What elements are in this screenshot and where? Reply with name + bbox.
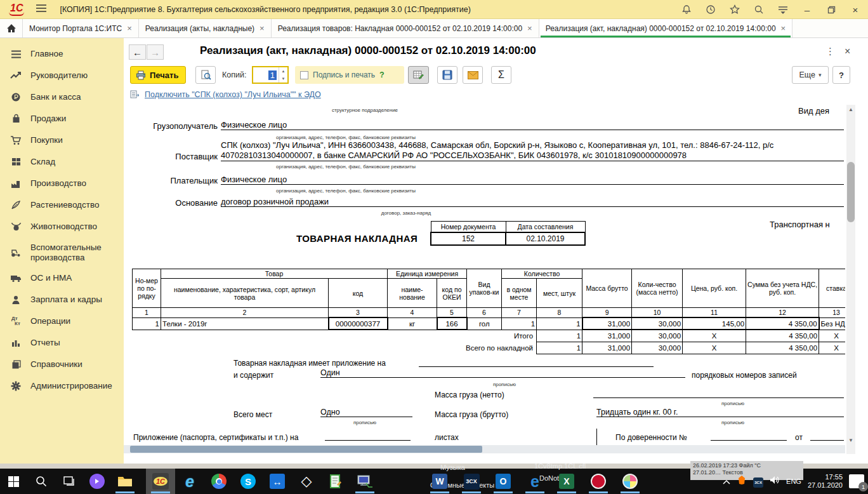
vertical-scrollbar-thumb[interactable] xyxy=(847,162,855,222)
scroll-up-icon[interactable]: ▲ xyxy=(846,105,855,114)
sign-help-link[interactable]: ? xyxy=(379,70,385,79)
vertical-scrollbar[interactable] xyxy=(846,105,855,454)
system-monitor-app-icon[interactable] xyxy=(354,472,376,491)
supplier-label: Поставщик xyxy=(124,152,218,161)
foxit-reader-icon[interactable] xyxy=(588,472,609,491)
skype-icon[interactable]: S xyxy=(237,472,259,491)
search-icon[interactable] xyxy=(751,2,766,17)
task-view-icon[interactable] xyxy=(58,472,80,491)
tab-realizatsiya-akt-active[interactable]: Реализация (акт, накладная) 0000-000152 … xyxy=(539,19,793,37)
edit-layout-toggle-button[interactable] xyxy=(408,66,429,84)
supplier-caption: организация, адрес, телефон, факс, банко… xyxy=(219,164,473,170)
sidebar-item-prodazhi[interactable]: Продажи xyxy=(0,108,124,130)
horizontal-scrollbar-thumb[interactable] xyxy=(130,446,482,453)
main-menu-hamburger-icon[interactable] xyxy=(36,4,47,15)
tray-clock[interactable]: 17:55 27.01.2020 xyxy=(808,473,843,490)
service-menu-icon[interactable] xyxy=(775,2,791,17)
diamond-app-icon[interactable]: ◇ xyxy=(296,472,317,491)
tab-close-icon[interactable]: × xyxy=(781,23,786,33)
goods-table[interactable]: Но-мер по по-рядку Товар Единица измерен… xyxy=(132,269,845,354)
tab-realizatsiya-list[interactable]: Реализация (акты, накладные) × xyxy=(139,19,272,37)
sidebar-item-glavnoe[interactable]: Главное xyxy=(0,43,124,65)
spin-down-icon[interactable]: ▼ xyxy=(279,75,287,83)
doc-date-header: Дата составления xyxy=(506,222,585,232)
tab-close-icon[interactable]: × xyxy=(127,23,132,33)
sign-and-print-checkbox[interactable] xyxy=(300,71,308,79)
goods-table-clip: Но-мер по по-рядку Товар Единица измерен… xyxy=(132,269,845,354)
start-button[interactable] xyxy=(3,472,24,491)
scroll-down-icon[interactable]: ▼ xyxy=(846,436,855,444)
sidebar-item-rukovoditelyu[interactable]: Руководителю xyxy=(0,65,124,86)
help-button[interactable]: ? xyxy=(832,66,850,84)
propis-caption: прописью xyxy=(301,420,428,425)
spin-up-icon[interactable]: ▲ xyxy=(279,67,287,75)
send-email-button[interactable] xyxy=(463,66,483,84)
edge-icon[interactable]: e xyxy=(524,472,546,491)
close-window-button[interactable]: × xyxy=(848,2,863,17)
outlook-icon[interactable]: O xyxy=(492,472,514,491)
tab-close-icon[interactable]: × xyxy=(527,23,532,33)
net-weight-label: Масса груза (нетто) xyxy=(435,391,504,399)
language-indicator[interactable]: ENG xyxy=(786,477,801,485)
1c-app-icon[interactable]: 1С xyxy=(150,472,171,491)
sidebar-item-otchety[interactable]: Отчеты xyxy=(0,332,124,354)
volume-tray-icon[interactable] xyxy=(770,476,780,487)
print-button[interactable]: Печать xyxy=(130,66,186,84)
horizontal-scrollbar[interactable] xyxy=(124,445,845,453)
save-button[interactable] xyxy=(437,66,457,84)
more-commands-kebab-icon[interactable]: ⋮ xyxy=(825,46,835,57)
sidebar-item-rastenievodstvo[interactable]: Растениеводство xyxy=(0,194,124,216)
tab-close-icon[interactable]: × xyxy=(260,23,265,33)
sidebar-item-sklad[interactable]: Склад xyxy=(0,151,124,173)
sidebar-item-bank-i-kassa[interactable]: Банк и касса xyxy=(0,86,124,108)
sidebar-nav: Главное Руководителю Банк и касса Продаж… xyxy=(0,38,124,464)
print-preview-button[interactable] xyxy=(195,66,216,84)
more-button[interactable]: Еще ▾ xyxy=(792,66,829,84)
blank-line xyxy=(419,359,654,367)
contains-value: Один xyxy=(320,368,685,378)
restore-button[interactable] xyxy=(824,2,839,17)
chrome-icon[interactable] xyxy=(208,472,230,491)
goods-data-row[interactable]: 1 Телки - 2019г 00000000377 кг 166 гол 1… xyxy=(133,317,846,330)
alice-assistant-icon[interactable] xyxy=(86,472,108,491)
tab-monitor-portala[interactable]: Монитор Портала 1С:ИТС × xyxy=(23,19,139,37)
3cx-icon[interactable]: 3CX xyxy=(461,472,482,491)
copies-input[interactable]: 1 ▲ ▼ xyxy=(252,66,289,84)
file-explorer-icon[interactable] xyxy=(114,472,136,491)
notifications-bell-icon[interactable] xyxy=(679,2,694,17)
excel-icon[interactable]: X xyxy=(556,472,577,491)
tray-chevron-up-icon[interactable] xyxy=(723,476,730,487)
avast-tray-icon[interactable] xyxy=(737,475,747,488)
sidebar-item-spravochniki[interactable]: Справочники xyxy=(0,354,124,375)
basis-value: договор розничной продажи xyxy=(221,197,844,207)
sidebar-item-zhivotnovodstvo[interactable]: Животноводство xyxy=(0,216,124,237)
sidebar-item-administrirovanie[interactable]: Администрирование xyxy=(0,375,124,397)
history-icon[interactable] xyxy=(703,2,718,17)
teamviewer-icon[interactable]: ↔ xyxy=(266,472,288,491)
sidebar-item-os-i-nma[interactable]: ОС и НМА xyxy=(0,267,124,289)
goods-total-row: Итого 1 31,000 30,000 X 4 350,00 X xyxy=(133,330,846,342)
sidebar-item-zarplata[interactable]: Зарплата и кадры xyxy=(0,289,124,310)
paint-app-icon[interactable] xyxy=(619,472,641,491)
favorites-star-icon[interactable] xyxy=(727,2,742,17)
internet-explorer-icon[interactable]: e xyxy=(179,472,201,491)
payer-label: Плательщик xyxy=(124,176,218,185)
print-form-spreadsheet[interactable]: структурное подразделение Вид дея Грузоп… xyxy=(124,105,868,464)
nav-back-button[interactable]: ← xyxy=(129,44,146,60)
notepad-app-icon[interactable] xyxy=(325,472,346,491)
sidebar-item-pokupki[interactable]: Покупки xyxy=(0,130,124,151)
sidebar-item-vspomogatelnye[interactable]: Вспомогательные производства xyxy=(0,237,124,267)
action-center-icon[interactable]: 1 xyxy=(849,474,864,488)
sidebar-item-operatsii[interactable]: ДтКтОперации xyxy=(0,310,124,332)
nav-forward-button[interactable]: → xyxy=(147,44,164,60)
edo-connect-link[interactable]: Подключить "СПК (колхоз) "Луч Ильича"" к… xyxy=(145,90,321,99)
3cx-tray-icon[interactable]: 3CX xyxy=(753,475,763,488)
tab-realizatsiya-tovarov[interactable]: Реализация товаров: Накладная 0000-00015… xyxy=(272,19,539,37)
home-tab[interactable] xyxy=(0,19,23,37)
document-close-icon[interactable]: × xyxy=(845,46,850,57)
minimize-button[interactable]: – xyxy=(799,2,815,17)
word-icon[interactable]: W xyxy=(429,472,450,491)
sidebar-item-proizvodstvo[interactable]: Производство xyxy=(0,173,124,194)
taskbar-search-icon[interactable] xyxy=(30,472,52,491)
sum-button[interactable]: Σ xyxy=(491,66,511,84)
